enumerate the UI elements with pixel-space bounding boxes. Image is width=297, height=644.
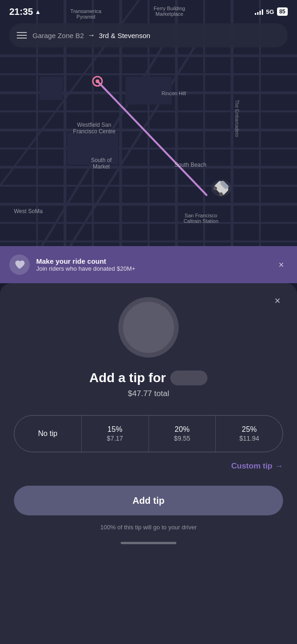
- tip-title-text: Add a tip for: [90, 371, 166, 385]
- sheet-close-button[interactable]: ×: [269, 293, 286, 309]
- donation-title: Make your ride count: [36, 257, 268, 265]
- car-icon: [210, 176, 233, 200]
- tip-15-pct: 15%: [108, 425, 123, 434]
- no-tip-label: No tip: [38, 429, 58, 438]
- tip-total: $47.77 total: [128, 389, 169, 398]
- tip-20-pct: 20%: [174, 425, 189, 434]
- svg-rect-28: [125, 77, 172, 104]
- nav-destination: 3rd & Stevenson: [99, 32, 150, 39]
- nav-arrow-icon: →: [88, 31, 95, 39]
- battery-indicator: 85: [277, 7, 288, 16]
- donation-heart-circle: [9, 254, 30, 275]
- signal-icon: [255, 8, 263, 15]
- tip-options-row: No tip 15% $7.17 20% $9.55 25% $11.94: [14, 415, 283, 452]
- tip-title-row: Add a tip for: [90, 371, 208, 385]
- tip-20-amount: $9.55: [174, 435, 190, 442]
- menu-button[interactable]: [17, 32, 27, 39]
- add-tip-button[interactable]: Add tip: [14, 486, 283, 515]
- driver-avatar: [118, 297, 179, 358]
- svg-point-26: [96, 79, 99, 83]
- donation-subtitle: Join riders who have donated $20M+: [36, 265, 268, 272]
- network-type: 5G: [266, 8, 274, 15]
- location-arrow-icon: ▲: [35, 8, 41, 15]
- heart-icon: [14, 259, 25, 270]
- tip-15-amount: $7.17: [107, 435, 123, 442]
- tip-25-amount: $11.94: [239, 435, 259, 442]
- tip-option-no-tip[interactable]: No tip: [14, 416, 82, 452]
- driver-avatar-image: [123, 302, 174, 353]
- nav-origin: Garage Zone B2: [32, 32, 84, 39]
- tip-bottom-sheet: × Add a tip for $47.77 total No tip 15% …: [0, 283, 297, 644]
- tip-option-15[interactable]: 15% $7.17: [82, 416, 149, 452]
- svg-rect-27: [67, 132, 118, 165]
- custom-tip-label: Custom tip: [231, 462, 272, 471]
- custom-tip-row: Custom tip →: [14, 462, 283, 471]
- donation-banner: Make your ride count Join riders who hav…: [0, 246, 297, 283]
- tip-25-pct: 25%: [242, 425, 257, 434]
- map-nav-bar: Garage Zone B2 → 3rd & Stevenson: [9, 23, 288, 47]
- status-bar: 21:35 ▲ 5G 85: [0, 0, 297, 23]
- time-display: 21:35: [9, 7, 33, 17]
- map-area: TransamericaPyramid Ferry BuildingMarket…: [0, 0, 297, 269]
- tip-option-25[interactable]: 25% $11.94: [216, 416, 283, 452]
- custom-tip-button[interactable]: Custom tip →: [231, 462, 283, 471]
- route-display: Garage Zone B2 → 3rd & Stevenson: [32, 31, 280, 39]
- status-time: 21:35 ▲: [9, 7, 41, 17]
- donation-text-block: Make your ride count Join riders who hav…: [36, 257, 268, 272]
- driver-name-badge: [170, 371, 207, 385]
- donation-close-button[interactable]: ×: [275, 256, 288, 274]
- add-tip-label: Add tip: [133, 495, 165, 506]
- svg-rect-29: [39, 77, 63, 100]
- tip-option-20[interactable]: 20% $9.55: [149, 416, 216, 452]
- tip-disclaimer: 100% of this tip will go to your driver: [100, 524, 197, 531]
- home-indicator: [121, 542, 176, 544]
- status-right: 5G 85: [255, 7, 288, 16]
- custom-tip-arrow-icon: →: [275, 462, 283, 471]
- battery-level: 85: [279, 8, 285, 15]
